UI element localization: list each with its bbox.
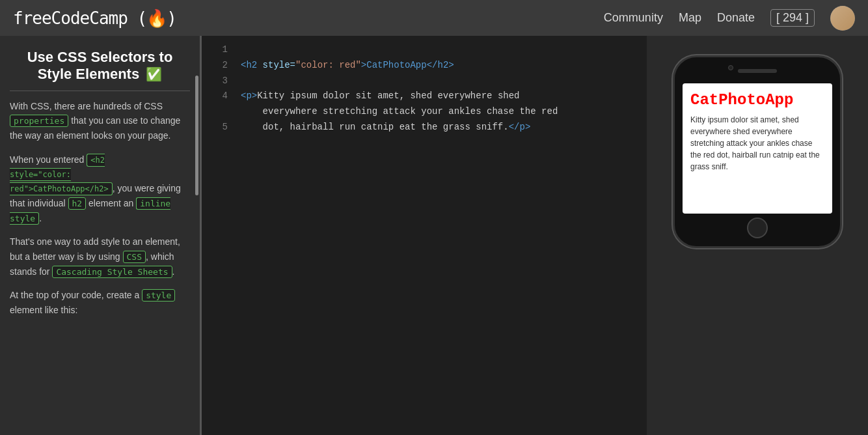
paragraph-1: With CSS, there are hundreds of CSS prop…	[10, 99, 190, 143]
lesson-description: With CSS, there are hundreds of CSS prop…	[10, 99, 190, 318]
paragraph-2: When you entered <h2style="color:red">Ca…	[10, 152, 190, 226]
line-num-5: 5	[215, 120, 228, 135]
scroll-indicator	[195, 76, 198, 195]
logo[interactable]: freeCodeCamp (🔥)	[13, 8, 176, 28]
line-num-3: 3	[215, 74, 228, 89]
code-line-4c: dot, hairball run catnip eat the grass s…	[241, 120, 634, 135]
flame-icon: 🔥	[146, 8, 167, 28]
points-badge: [ 294 ]	[770, 9, 815, 27]
code-inline-style: inline style	[10, 197, 170, 225]
tag-p-close: </p>	[509, 122, 531, 132]
code-text-2: everywhere stretching attack your ankles…	[241, 106, 558, 117]
line-num-1: 1	[215, 42, 228, 58]
code-h2-style: <h2style="color:red">CatPhotoApp</h2>	[10, 154, 113, 196]
code-line-4b: everywhere stretching attack your ankles…	[241, 104, 634, 120]
line-num-blank	[215, 104, 228, 120]
phone-screen: CatPhotoApp Kitty ipsum dolor sit amet, …	[683, 83, 832, 214]
phone-camera-icon	[728, 65, 733, 70]
tag-h2-close: >CatPhotoApp</h2>	[361, 60, 454, 70]
code-line-1	[241, 42, 634, 58]
line-numbers: 1 2 3 4 5	[215, 42, 228, 151]
phone-home-button	[747, 218, 768, 238]
avatar-image	[830, 6, 855, 31]
paragraph-4: At the top of your code, create a style …	[10, 288, 190, 317]
code-properties: properties	[10, 115, 68, 127]
preview-panel: CatPhotoApp Kitty ipsum dolor sit amet, …	[647, 36, 868, 435]
paragraph-3: That's one way to add style to an elemen…	[10, 234, 190, 279]
main-content: Use CSS Selectors to Style Elements ✅ Wi…	[0, 36, 868, 435]
line-num-2: 2	[215, 58, 228, 74]
tag-p-open: <p>	[241, 91, 257, 101]
code-cascading: Cascading Style Sheets	[52, 266, 172, 278]
code-line-2: <h2 style="color: red">CatPhotoApp</h2>	[241, 58, 634, 74]
avatar[interactable]	[830, 6, 855, 31]
preview-body: Kitty ipsum dolor sit amet, shed everywh…	[690, 114, 824, 173]
tag-h2-open: <h2	[241, 60, 263, 70]
title-divider	[10, 91, 190, 91]
nav-map[interactable]: Map	[679, 11, 701, 25]
code-text-3: dot, hairball run catnip eat the grass s…	[241, 122, 509, 132]
phone-frame: CatPhotoApp Kitty ipsum dolor sit amet, …	[673, 55, 842, 248]
code-text-1: Kitty ipsum dolor sit amet, shed everywh…	[257, 91, 519, 101]
attr-style: style=	[263, 60, 295, 70]
code-content: <h2 style="color: red">CatPhotoApp</h2> …	[241, 42, 634, 151]
code-h2: h2	[68, 197, 87, 210]
code-editor[interactable]: 1 2 3 4 5 <h2 style="color: red">CatPhot…	[202, 36, 647, 435]
attr-value-color: "color: red"	[295, 60, 361, 70]
line-num-4: 4	[215, 89, 228, 104]
code-line-3	[241, 74, 634, 89]
completion-check-icon: ✅	[146, 67, 162, 81]
lesson-panel: Use CSS Selectors to Style Elements ✅ Wi…	[0, 36, 202, 435]
header: freeCodeCamp (🔥) Community Map Donate [ …	[0, 0, 868, 36]
code-line-5	[241, 135, 634, 151]
code-area: 1 2 3 4 5 <h2 style="color: red">CatPhot…	[215, 42, 634, 151]
code-line-4a: <p>Kitty ipsum dolor sit amet, shed ever…	[241, 89, 634, 104]
lesson-title: Use CSS Selectors to Style Elements ✅	[10, 49, 190, 83]
nav: Community Map Donate [ 294 ]	[604, 6, 855, 31]
nav-donate[interactable]: Donate	[717, 11, 755, 25]
nav-community[interactable]: Community	[604, 11, 663, 25]
code-style: style	[142, 289, 175, 302]
code-css: CSS	[123, 251, 146, 263]
preview-heading: CatPhotoApp	[690, 91, 824, 109]
phone-speaker-icon	[738, 69, 777, 73]
